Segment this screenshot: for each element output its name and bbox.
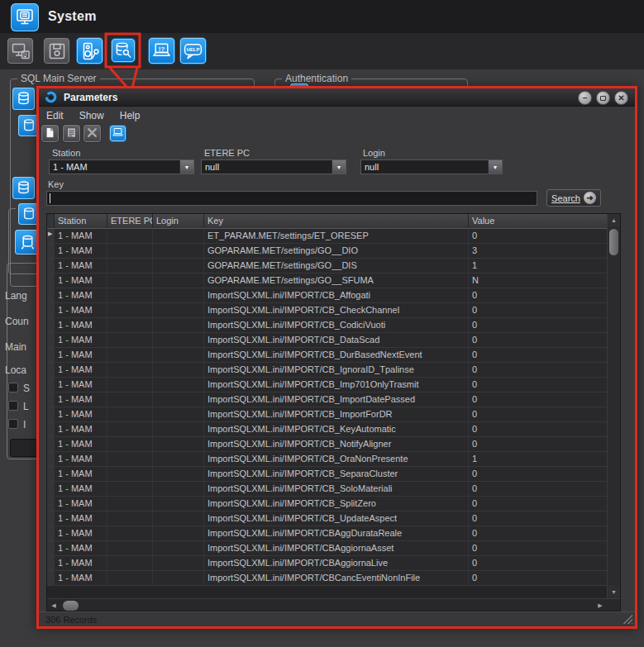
cell-key[interactable]: ImportSQLXML.ini/IMPORT/CBAggiornaAsset bbox=[204, 541, 469, 555]
cell-value[interactable]: 0 bbox=[469, 363, 607, 377]
cell-value[interactable]: 0 bbox=[469, 541, 607, 555]
row-selector[interactable] bbox=[47, 348, 55, 362]
chevron-down-icon[interactable]: ▼ bbox=[488, 160, 502, 174]
checkbox[interactable] bbox=[8, 383, 18, 392]
new-record-button[interactable] bbox=[41, 124, 60, 143]
edit-record-button[interactable] bbox=[62, 124, 81, 143]
cell-value[interactable]: 3 bbox=[469, 244, 607, 258]
table-row[interactable]: 1 - MAMImportSQLXML.ini/IMPORT/CB_CheckC… bbox=[47, 303, 607, 318]
resize-grip[interactable] bbox=[623, 614, 632, 624]
table-row[interactable]: 1 - MAMImportSQLXML.ini/IMPORT/CB_SplitZ… bbox=[47, 497, 607, 511]
row-selector[interactable] bbox=[47, 526, 55, 540]
cell-station[interactable]: 1 - MAM bbox=[55, 407, 107, 421]
row-selector[interactable] bbox=[47, 259, 55, 273]
cell-value[interactable]: 0 bbox=[469, 422, 607, 436]
row-selector[interactable] bbox=[47, 318, 55, 332]
cell-station[interactable]: 1 - MAM bbox=[55, 392, 107, 407]
cell-login[interactable] bbox=[153, 407, 204, 421]
etere-pc-select[interactable]: null ▼ bbox=[201, 159, 346, 174]
cell-etere-pc[interactable] bbox=[107, 437, 153, 451]
minimize-button[interactable]: – bbox=[578, 91, 592, 105]
scroll-left-icon[interactable]: ◀ bbox=[47, 599, 60, 612]
cell-key[interactable]: ImportSQLXML.ini/IMPORT/CB_ImportForDR bbox=[204, 407, 469, 421]
cell-etere-pc[interactable] bbox=[107, 497, 153, 511]
cell-etere-pc[interactable] bbox=[107, 392, 153, 407]
cell-key[interactable]: ImportSQLXML.ini/IMPORT/CB_KeyAutomatic bbox=[204, 422, 469, 436]
cell-value[interactable]: 0 bbox=[469, 392, 607, 407]
row-selector[interactable] bbox=[47, 288, 55, 302]
cell-key[interactable]: ImportSQLXML.ini/IMPORT/CB_CheckChannel bbox=[204, 303, 469, 317]
row-selector[interactable] bbox=[47, 363, 55, 377]
table-row[interactable]: 1 - MAMImportSQLXML.ini/IMPORT/CBCancEve… bbox=[47, 571, 607, 586]
cell-login[interactable] bbox=[153, 422, 204, 436]
cell-login[interactable] bbox=[153, 229, 204, 243]
cell-station[interactable]: 1 - MAM bbox=[55, 363, 107, 377]
menu-help[interactable]: Help bbox=[120, 110, 141, 121]
row-selector[interactable] bbox=[47, 437, 55, 451]
station-select[interactable]: 1 - MAM ▼ bbox=[49, 159, 194, 174]
cell-key[interactable]: ImportSQLXML.ini/IMPORT/CB_OraNonPresent… bbox=[204, 452, 469, 466]
cell-value[interactable]: 0 bbox=[469, 556, 607, 570]
cell-value[interactable]: 0 bbox=[469, 303, 607, 317]
row-selector[interactable] bbox=[47, 422, 55, 436]
vertical-scroll-thumb[interactable] bbox=[609, 229, 618, 255]
cell-station[interactable]: 1 - MAM bbox=[55, 229, 107, 243]
cell-login[interactable] bbox=[153, 467, 204, 481]
cell-etere-pc[interactable] bbox=[107, 556, 153, 570]
cell-login[interactable] bbox=[153, 437, 204, 451]
cell-etere-pc[interactable] bbox=[107, 259, 153, 273]
delete-record-button[interactable] bbox=[83, 124, 102, 143]
cell-value[interactable]: 0 bbox=[469, 348, 607, 362]
cell-station[interactable]: 1 - MAM bbox=[55, 333, 107, 347]
menu-show[interactable]: Show bbox=[79, 110, 104, 121]
cell-login[interactable] bbox=[153, 259, 204, 273]
cell-station[interactable]: 1 - MAM bbox=[55, 482, 107, 496]
table-row[interactable]: 1 - MAMImportSQLXML.ini/IMPORT/CB_Notify… bbox=[47, 437, 607, 452]
horizontal-scrollbar[interactable]: ◀ ▶ bbox=[47, 598, 620, 611]
cell-key[interactable]: ImportSQLXML.ini/IMPORT/CB_UpdateAspect bbox=[204, 511, 469, 526]
database-icon[interactable] bbox=[12, 88, 35, 110]
database-parameters-button[interactable] bbox=[111, 38, 136, 63]
menu-edit[interactable]: Edit bbox=[46, 110, 64, 121]
cell-login[interactable] bbox=[153, 511, 204, 526]
row-selector[interactable] bbox=[47, 511, 55, 526]
system-check-small-button[interactable] bbox=[109, 125, 126, 142]
chevron-down-icon[interactable]: ▼ bbox=[332, 160, 346, 174]
cell-key[interactable]: ImportSQLXML.ini/IMPORT/CB_DataScad bbox=[204, 333, 469, 347]
cell-value[interactable]: 0 bbox=[469, 571, 607, 585]
cell-login[interactable] bbox=[153, 348, 204, 362]
table-row[interactable]: 1 - MAMImportSQLXML.ini/IMPORT/CB_Separa… bbox=[47, 467, 607, 482]
cell-value[interactable]: 1 bbox=[469, 452, 607, 466]
cell-etere-pc[interactable] bbox=[107, 229, 153, 243]
row-selector[interactable] bbox=[47, 571, 55, 585]
cell-station[interactable]: 1 - MAM bbox=[55, 452, 107, 466]
cell-station[interactable]: 1 - MAM bbox=[55, 274, 107, 288]
cell-login[interactable] bbox=[153, 482, 204, 496]
cell-key[interactable]: ImportSQLXML.ini/IMPORT/CB_ImportDatePas… bbox=[204, 392, 469, 407]
table-row[interactable]: 1 - MAMImportSQLXML.ini/IMPORT/CB_SoloMa… bbox=[47, 482, 607, 497]
login-select[interactable]: null ▼ bbox=[360, 159, 503, 174]
help-button[interactable]: HELP bbox=[179, 37, 207, 64]
row-selector[interactable] bbox=[47, 333, 55, 347]
table-row[interactable]: 1 - MAMImportSQLXML.ini/IMPORT/CB_Update… bbox=[47, 511, 607, 526]
checkbox[interactable] bbox=[8, 401, 18, 411]
row-selector[interactable] bbox=[47, 244, 55, 258]
close-button[interactable]: ✕ bbox=[614, 91, 628, 105]
cell-key[interactable]: GOPARAME.MET/settings/GO__DIO bbox=[204, 244, 469, 258]
cell-login[interactable] bbox=[153, 541, 204, 555]
cell-value[interactable]: 1 bbox=[469, 259, 607, 273]
row-selector[interactable] bbox=[47, 274, 55, 288]
cell-login[interactable] bbox=[153, 392, 204, 407]
row-selector[interactable] bbox=[47, 541, 55, 555]
cell-login[interactable] bbox=[153, 318, 204, 332]
cell-login[interactable] bbox=[153, 303, 204, 317]
table-row[interactable]: 1 - MAMImportSQLXML.ini/IMPORT/CB_Import… bbox=[47, 407, 607, 422]
cell-etere-pc[interactable] bbox=[107, 541, 153, 555]
cell-etere-pc[interactable] bbox=[107, 482, 153, 496]
table-row[interactable]: 1 - MAMImportSQLXML.ini/IMPORT/CB_DurBas… bbox=[47, 348, 607, 363]
vertical-scrollbar[interactable]: ▲ ▼ bbox=[607, 214, 620, 598]
table-row[interactable]: 1 - MAMImportSQLXML.ini/IMPORT/CB_Imp701… bbox=[47, 378, 607, 392]
cell-value[interactable]: 0 bbox=[469, 288, 607, 302]
table-row[interactable]: 1 - MAMImportSQLXML.ini/IMPORT/CBAggDura… bbox=[47, 526, 607, 541]
cell-key[interactable]: ImportSQLXML.ini/IMPORT/CBCancEventiNonI… bbox=[204, 571, 469, 585]
